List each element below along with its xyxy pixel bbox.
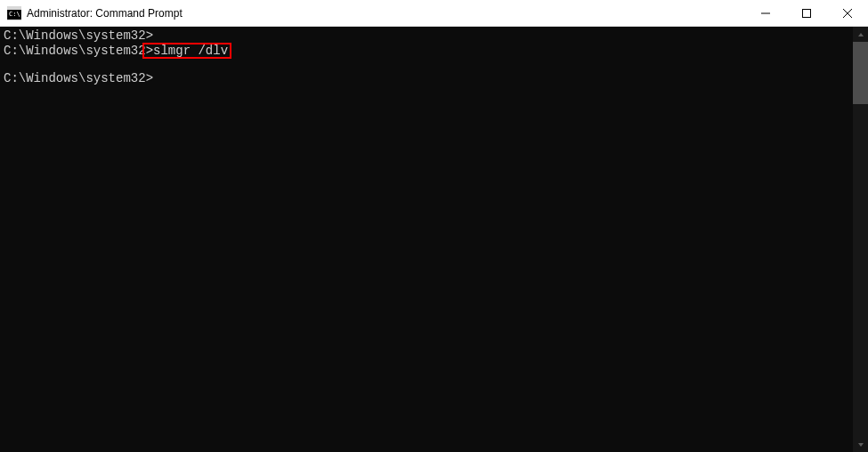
cmd-icon: C:\	[7, 6, 21, 20]
scroll-down-arrow-icon[interactable]	[853, 437, 868, 452]
prompt: C:\Windows\system32>	[4, 71, 153, 85]
minimize-button[interactable]	[745, 0, 786, 26]
titlebar-left: C:\ Administrator: Command Prompt	[7, 6, 183, 20]
close-button[interactable]	[827, 0, 868, 26]
prompt: C:\Windows\system32>	[4, 28, 153, 43]
console-line: C:\Windows\system32>	[4, 28, 849, 43]
maximize-button[interactable]	[786, 0, 827, 26]
prompt: C:\Windows\system32	[4, 44, 146, 58]
console-area[interactable]: C:\Windows\system32>C:\Windows\system32>…	[0, 27, 853, 452]
window-title: Administrator: Command Prompt	[27, 7, 183, 20]
command-text: >slmgr /dlv	[146, 44, 228, 58]
svg-text:C:\: C:\	[9, 11, 20, 18]
scroll-thumb[interactable]	[853, 42, 868, 104]
svg-rect-1	[7, 7, 21, 10]
vertical-scrollbar[interactable]	[853, 27, 868, 452]
titlebar: C:\ Administrator: Command Prompt	[0, 0, 868, 27]
console-line	[4, 57, 849, 71]
window-controls	[745, 0, 868, 26]
console-wrapper: C:\Windows\system32>C:\Windows\system32>…	[0, 27, 868, 452]
console-line: C:\Windows\system32>slmgr /dlv	[4, 43, 849, 57]
svg-marker-8	[858, 443, 864, 447]
scroll-up-arrow-icon[interactable]	[853, 27, 868, 42]
svg-rect-4	[803, 9, 811, 17]
console-line: C:\Windows\system32>	[4, 71, 849, 85]
svg-marker-7	[858, 33, 864, 36]
highlighted-command: >slmgr /dlv	[142, 43, 231, 59]
